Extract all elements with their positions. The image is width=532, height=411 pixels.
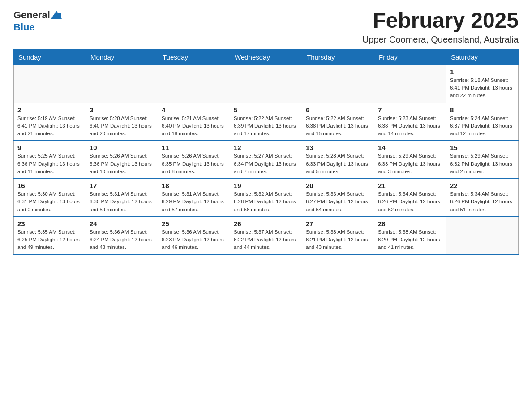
day-info: Sunrise: 5:21 AM Sunset: 6:40 PM Dayligh… bbox=[162, 115, 226, 138]
calendar-cell: 8Sunrise: 5:24 AM Sunset: 6:37 PM Daylig… bbox=[446, 103, 519, 141]
day-info: Sunrise: 5:22 AM Sunset: 6:38 PM Dayligh… bbox=[306, 115, 370, 138]
calendar-cell: 5Sunrise: 5:22 AM Sunset: 6:39 PM Daylig… bbox=[230, 103, 302, 141]
calendar-cell bbox=[446, 217, 519, 255]
day-info: Sunrise: 5:38 AM Sunset: 6:21 PM Dayligh… bbox=[306, 228, 370, 252]
calendar-cell: 20Sunrise: 5:33 AM Sunset: 6:27 PM Dayli… bbox=[302, 179, 374, 217]
calendar-cell bbox=[14, 65, 86, 103]
day-info: Sunrise: 5:37 AM Sunset: 6:22 PM Dayligh… bbox=[234, 228, 298, 252]
day-number: 14 bbox=[378, 144, 442, 151]
day-info: Sunrise: 5:29 AM Sunset: 6:33 PM Dayligh… bbox=[378, 152, 442, 176]
day-number: 19 bbox=[234, 182, 298, 189]
calendar-cell: 1Sunrise: 5:18 AM Sunset: 6:41 PM Daylig… bbox=[446, 65, 519, 103]
day-info: Sunrise: 5:30 AM Sunset: 6:31 PM Dayligh… bbox=[17, 190, 82, 214]
day-info: Sunrise: 5:36 AM Sunset: 6:23 PM Dayligh… bbox=[162, 228, 226, 252]
logo-general-text: General bbox=[13, 9, 50, 21]
calendar-cell: 10Sunrise: 5:26 AM Sunset: 6:36 PM Dayli… bbox=[86, 141, 158, 179]
day-number: 4 bbox=[162, 106, 226, 114]
day-info: Sunrise: 5:26 AM Sunset: 6:36 PM Dayligh… bbox=[90, 152, 154, 176]
day-info: Sunrise: 5:35 AM Sunset: 6:25 PM Dayligh… bbox=[17, 228, 82, 252]
calendar-cell: 28Sunrise: 5:38 AM Sunset: 6:20 PM Dayli… bbox=[374, 217, 446, 255]
day-number: 10 bbox=[90, 144, 154, 151]
day-info: Sunrise: 5:34 AM Sunset: 6:26 PM Dayligh… bbox=[378, 190, 442, 214]
calendar-week-row: 23Sunrise: 5:35 AM Sunset: 6:25 PM Dayli… bbox=[14, 217, 519, 255]
calendar-cell bbox=[230, 65, 302, 103]
day-info: Sunrise: 5:27 AM Sunset: 6:34 PM Dayligh… bbox=[234, 152, 298, 176]
day-number: 28 bbox=[378, 220, 442, 227]
page-header: General Blue February 2025 Upper Coomera… bbox=[13, 9, 519, 45]
day-number: 23 bbox=[17, 220, 82, 227]
day-number: 27 bbox=[306, 220, 370, 227]
day-info: Sunrise: 5:38 AM Sunset: 6:20 PM Dayligh… bbox=[378, 228, 442, 252]
calendar-cell: 25Sunrise: 5:36 AM Sunset: 6:23 PM Dayli… bbox=[158, 217, 230, 255]
calendar-week-row: 2Sunrise: 5:19 AM Sunset: 6:41 PM Daylig… bbox=[14, 103, 519, 141]
calendar-cell: 16Sunrise: 5:30 AM Sunset: 6:31 PM Dayli… bbox=[14, 179, 86, 217]
day-info: Sunrise: 5:33 AM Sunset: 6:27 PM Dayligh… bbox=[306, 190, 370, 214]
location-title: Upper Coomera, Queensland, Australia bbox=[362, 34, 519, 45]
day-info: Sunrise: 5:26 AM Sunset: 6:35 PM Dayligh… bbox=[162, 152, 226, 176]
day-info: Sunrise: 5:32 AM Sunset: 6:28 PM Dayligh… bbox=[234, 190, 298, 214]
calendar-week-row: 16Sunrise: 5:30 AM Sunset: 6:31 PM Dayli… bbox=[14, 179, 519, 217]
day-info: Sunrise: 5:29 AM Sunset: 6:32 PM Dayligh… bbox=[450, 152, 515, 176]
day-number: 20 bbox=[306, 182, 370, 189]
day-info: Sunrise: 5:19 AM Sunset: 6:41 PM Dayligh… bbox=[17, 115, 82, 138]
day-info: Sunrise: 5:28 AM Sunset: 6:33 PM Dayligh… bbox=[306, 152, 370, 176]
day-info: Sunrise: 5:31 AM Sunset: 6:30 PM Dayligh… bbox=[90, 190, 154, 214]
month-title: February 2025 bbox=[362, 9, 519, 33]
day-info: Sunrise: 5:25 AM Sunset: 6:36 PM Dayligh… bbox=[17, 152, 82, 176]
day-number: 8 bbox=[450, 106, 515, 114]
calendar-cell: 19Sunrise: 5:32 AM Sunset: 6:28 PM Dayli… bbox=[230, 179, 302, 217]
day-number: 12 bbox=[234, 144, 298, 151]
day-number: 13 bbox=[306, 144, 370, 151]
logo-icon bbox=[50, 9, 63, 21]
calendar-cell: 6Sunrise: 5:22 AM Sunset: 6:38 PM Daylig… bbox=[302, 103, 374, 141]
day-info: Sunrise: 5:23 AM Sunset: 6:38 PM Dayligh… bbox=[378, 115, 442, 138]
day-number: 11 bbox=[162, 144, 226, 151]
day-info: Sunrise: 5:34 AM Sunset: 6:26 PM Dayligh… bbox=[450, 190, 515, 214]
day-number: 15 bbox=[450, 144, 515, 151]
day-number: 9 bbox=[17, 144, 82, 151]
calendar-cell: 9Sunrise: 5:25 AM Sunset: 6:36 PM Daylig… bbox=[14, 141, 86, 179]
day-number: 16 bbox=[17, 182, 82, 189]
weekday-header-thursday: Thursday bbox=[302, 49, 374, 65]
calendar-cell: 18Sunrise: 5:31 AM Sunset: 6:29 PM Dayli… bbox=[158, 179, 230, 217]
day-number: 17 bbox=[90, 182, 154, 189]
weekday-header-sunday: Sunday bbox=[14, 49, 86, 65]
weekday-header-friday: Friday bbox=[374, 49, 446, 65]
calendar-cell: 17Sunrise: 5:31 AM Sunset: 6:30 PM Dayli… bbox=[86, 179, 158, 217]
day-number: 21 bbox=[378, 182, 442, 189]
day-info: Sunrise: 5:18 AM Sunset: 6:41 PM Dayligh… bbox=[450, 77, 515, 100]
svg-rect-1 bbox=[57, 13, 61, 19]
day-info: Sunrise: 5:20 AM Sunset: 6:40 PM Dayligh… bbox=[90, 115, 154, 138]
day-number: 1 bbox=[450, 68, 515, 76]
calendar-cell bbox=[302, 65, 374, 103]
weekday-header-saturday: Saturday bbox=[446, 49, 519, 65]
calendar-cell: 11Sunrise: 5:26 AM Sunset: 6:35 PM Dayli… bbox=[158, 141, 230, 179]
calendar-cell: 13Sunrise: 5:28 AM Sunset: 6:33 PM Dayli… bbox=[302, 141, 374, 179]
day-info: Sunrise: 5:22 AM Sunset: 6:39 PM Dayligh… bbox=[234, 115, 298, 138]
calendar-cell: 24Sunrise: 5:36 AM Sunset: 6:24 PM Dayli… bbox=[86, 217, 158, 255]
calendar-cell: 12Sunrise: 5:27 AM Sunset: 6:34 PM Dayli… bbox=[230, 141, 302, 179]
calendar-cell bbox=[86, 65, 158, 103]
day-number: 5 bbox=[234, 106, 298, 114]
day-info: Sunrise: 5:24 AM Sunset: 6:37 PM Dayligh… bbox=[450, 115, 515, 138]
calendar-cell: 2Sunrise: 5:19 AM Sunset: 6:41 PM Daylig… bbox=[14, 103, 86, 141]
day-info: Sunrise: 5:31 AM Sunset: 6:29 PM Dayligh… bbox=[162, 190, 226, 214]
calendar-cell: 26Sunrise: 5:37 AM Sunset: 6:22 PM Dayli… bbox=[230, 217, 302, 255]
day-number: 22 bbox=[450, 182, 515, 189]
day-number: 25 bbox=[162, 220, 226, 227]
day-number: 3 bbox=[90, 106, 154, 114]
day-number: 26 bbox=[234, 220, 298, 227]
logo-blue-text: Blue bbox=[13, 21, 35, 33]
calendar-header-row: SundayMondayTuesdayWednesdayThursdayFrid… bbox=[14, 49, 519, 65]
logo: General Blue bbox=[13, 9, 63, 33]
calendar-cell: 21Sunrise: 5:34 AM Sunset: 6:26 PM Dayli… bbox=[374, 179, 446, 217]
calendar-cell: 22Sunrise: 5:34 AM Sunset: 6:26 PM Dayli… bbox=[446, 179, 519, 217]
calendar-cell bbox=[374, 65, 446, 103]
calendar-cell: 23Sunrise: 5:35 AM Sunset: 6:25 PM Dayli… bbox=[14, 217, 86, 255]
calendar-cell: 14Sunrise: 5:29 AM Sunset: 6:33 PM Dayli… bbox=[374, 141, 446, 179]
calendar-cell: 3Sunrise: 5:20 AM Sunset: 6:40 PM Daylig… bbox=[86, 103, 158, 141]
calendar-cell bbox=[158, 65, 230, 103]
title-block: February 2025 Upper Coomera, Queensland,… bbox=[362, 9, 519, 45]
weekday-header-wednesday: Wednesday bbox=[230, 49, 302, 65]
day-number: 24 bbox=[90, 220, 154, 227]
